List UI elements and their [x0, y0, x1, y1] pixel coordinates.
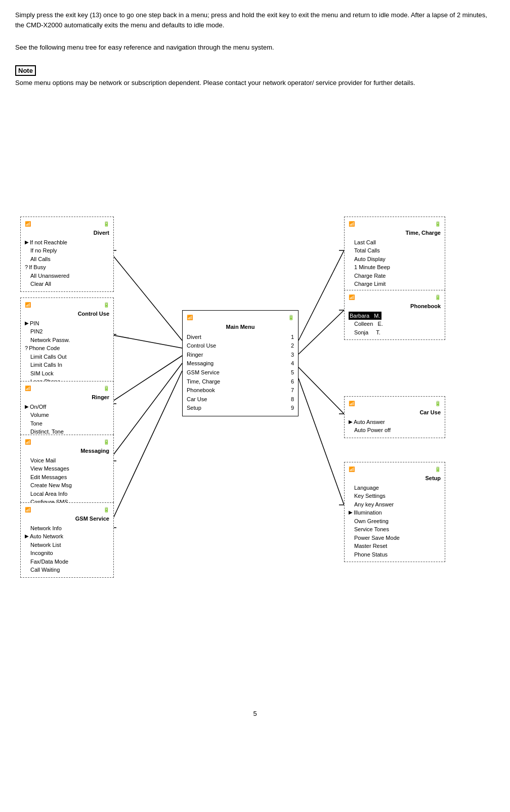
- gsm-item-3: Network List: [25, 541, 109, 549]
- setup-item-6: Service Tones: [349, 525, 441, 534]
- ringer-box: 📶 🔋 Ringer ▶On/Off Volume Tone Distinct.…: [20, 381, 114, 440]
- ringer-item-2: Volume: [25, 411, 109, 419]
- time-item-6: Charge Limit: [349, 280, 441, 288]
- svg-line-6: [299, 310, 344, 354]
- car-use-item-2: Auto Power off: [349, 426, 441, 435]
- battery-icon-setup: 🔋: [435, 465, 441, 473]
- page-number: 5: [15, 710, 495, 717]
- car-use-item-1: ▶Auto Answer: [349, 418, 441, 426]
- time-charge-title: Time, Charge: [349, 229, 441, 237]
- ringer-item-1: ▶On/Off: [25, 403, 109, 411]
- setup-item-2: Key Settings: [349, 492, 441, 500]
- control-item-5: Limit Calls Out: [25, 353, 109, 361]
- time-item-5: Charge Rate: [349, 272, 441, 280]
- battery-icon-caruse: 🔋: [435, 400, 441, 407]
- setup-item-8: Master Reset: [349, 542, 441, 550]
- intro-paragraph1: Simply press the exit key (13) once to g…: [15, 10, 495, 30]
- control-use-box: 📶 🔋 Control Use ▶PIN PIN2 Network Passw.…: [20, 297, 114, 390]
- main-menu-item-6: Time, Charge6: [187, 377, 294, 387]
- messaging-title: Messaging: [25, 447, 109, 455]
- setup-item-7: Power Save Mode: [349, 534, 441, 542]
- main-menu-item-5: GSM Service5: [187, 368, 294, 377]
- main-menu-item-9: Setup9: [187, 404, 294, 413]
- note-label: Note: [15, 65, 36, 76]
- battery-icon-time: 🔋: [435, 220, 441, 228]
- messaging-item-4: Create New Msg: [25, 481, 109, 490]
- battery-icon-gsm: 🔋: [103, 506, 109, 514]
- divert-item-4: ?If Busy: [25, 263, 109, 272]
- messaging-item-5: Local Area Info: [25, 490, 109, 498]
- signal-icon-ringer: 📶: [25, 384, 30, 392]
- messaging-item-1: Voice Mail: [25, 456, 109, 465]
- battery-icon-messaging: 🔋: [103, 438, 109, 446]
- note-text: Some menu options may be network or subs…: [15, 78, 495, 88]
- svg-line-2: [109, 356, 182, 404]
- signal-icon-control: 📶: [25, 301, 30, 309]
- control-item-4: ?Phone Code: [25, 344, 109, 353]
- time-item-2: Total Calls: [349, 246, 441, 255]
- divert-item-3: All Calls: [25, 255, 109, 264]
- ringer-title: Ringer: [25, 393, 109, 402]
- battery-icon-ringer: 🔋: [103, 384, 109, 392]
- setup-box: 📶 🔋 Setup Language Key Settings Any key …: [344, 462, 445, 562]
- messaging-box: 📶 🔋 Messaging Voice Mail View Messages E…: [20, 435, 114, 510]
- signal-icon-divert: 📶: [25, 220, 30, 228]
- gsm-title: GSM Service: [25, 515, 109, 523]
- divert-item-6: Clear All: [25, 280, 109, 288]
- phonebook-item-3: Sonja T.: [349, 328, 441, 337]
- svg-line-8: [299, 378, 344, 505]
- phonebook-item-1: Barbara M.: [349, 312, 441, 320]
- setup-item-1: Language: [349, 484, 441, 492]
- battery-icon-main: 🔋: [288, 314, 294, 322]
- main-menu-box: 📶 🔋 Main Menu Divert1 Control Use2 Ringe…: [182, 310, 299, 416]
- gsm-item-6: Call Waiting: [25, 566, 109, 574]
- signal-icon-time: 📶: [349, 220, 354, 228]
- setup-title: Setup: [349, 474, 441, 483]
- main-menu-item-8: Car Use8: [187, 395, 294, 404]
- gsm-item-4: Incognito: [25, 549, 109, 558]
- divert-item-5: All Unanswered: [25, 272, 109, 280]
- control-item-6: Limit Calls In: [25, 361, 109, 369]
- divert-item-2: If no Reply: [25, 246, 109, 255]
- setup-item-5: Own Greeting: [349, 517, 441, 526]
- svg-line-0: [109, 250, 182, 340]
- menu-diagram: 📶 🔋 Divert ▶If not Reachble If no Reply …: [15, 98, 501, 705]
- car-use-box: 📶 🔋 Car Use ▶Auto Answer Auto Power off: [344, 396, 445, 438]
- car-use-title: Car Use: [349, 408, 441, 417]
- divert-title: Divert: [25, 229, 109, 237]
- gsm-service-box: 📶 🔋 GSM Service Network Info ▶Auto Netwo…: [20, 502, 114, 578]
- svg-line-3: [109, 363, 182, 461]
- signal-icon-phonebook: 📶: [349, 293, 354, 301]
- messaging-item-3: Edit Messages: [25, 473, 109, 482]
- battery-icon-divert: 🔋: [103, 220, 109, 228]
- gsm-item-2: ▶Auto Network: [25, 532, 109, 541]
- setup-item-4: ▶Illumination: [349, 508, 441, 517]
- setup-item-9: Phone Status: [349, 550, 441, 559]
- main-menu-item-2: Control Use2: [187, 341, 294, 351]
- signal-icon-caruse: 📶: [349, 400, 354, 407]
- control-item-7: SIM Lock: [25, 369, 109, 378]
- phonebook-title: Phonebook: [349, 302, 441, 311]
- ringer-item-3: Tone: [25, 419, 109, 428]
- time-item-1: Last Call: [349, 238, 441, 247]
- main-menu-item-3: Ringer3: [187, 351, 294, 360]
- svg-line-1: [109, 334, 182, 348]
- signal-icon-messaging: 📶: [25, 438, 30, 446]
- intro-paragraph2: See the following menu tree for easy ref…: [15, 42, 495, 53]
- divert-item-1: ▶If not Reachble: [25, 238, 109, 247]
- control-item-2: PIN2: [25, 327, 109, 336]
- time-charge-box: 📶 🔋 Time, Charge Last Call Total Calls A…: [344, 217, 445, 292]
- main-menu-item-1: Divert1: [187, 333, 294, 342]
- main-menu-item-4: Messaging4: [187, 359, 294, 368]
- gsm-item-1: Network Info: [25, 524, 109, 533]
- phonebook-box: 📶 🔋 Phonebook Barbara M. Colleen E. Sonj…: [344, 290, 445, 340]
- time-item-4: 1 Minute Beep: [349, 263, 441, 272]
- time-item-3: Auto Display: [349, 255, 441, 264]
- battery-icon-phonebook: 🔋: [435, 293, 441, 301]
- signal-icon-main: 📶: [187, 314, 192, 322]
- messaging-item-2: View Messages: [25, 464, 109, 473]
- control-use-title: Control Use: [25, 310, 109, 318]
- gsm-item-5: Fax/Data Mode: [25, 558, 109, 566]
- main-menu-title: Main Menu: [187, 323, 294, 332]
- svg-line-5: [299, 250, 344, 340]
